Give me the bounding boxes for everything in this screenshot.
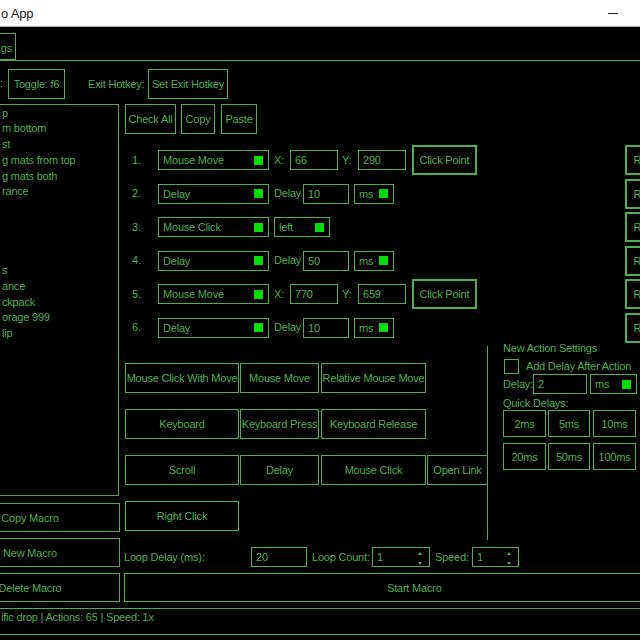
- row-number: 2.: [132, 187, 141, 199]
- add-keyboard-press-button[interactable]: Keyboard Press: [240, 409, 319, 439]
- loop-delay-input[interactable]: 20: [251, 547, 307, 567]
- remove-button[interactable]: Remove: [625, 279, 640, 309]
- exit-hotkey-label: Exit Hotkey:: [88, 78, 144, 90]
- toggle-hotkey-button[interactable]: Toggle: f6: [8, 69, 65, 99]
- dropdown-indicator-icon: [315, 223, 324, 232]
- click-point-button[interactable]: Click Point: [412, 279, 477, 309]
- action-type-dropdown[interactable]: Delay: [158, 251, 269, 271]
- new-action-title: New Action Settings: [503, 342, 597, 354]
- action-type-dropdown[interactable]: Mouse Click: [158, 217, 269, 237]
- macro-list-item[interactable]: st: [1, 137, 119, 153]
- delay-input[interactable]: 10: [303, 318, 349, 338]
- delay-label: Delay: [274, 187, 301, 199]
- x-input[interactable]: 770: [290, 284, 338, 304]
- delay-input[interactable]: 50: [303, 251, 349, 271]
- add-mouse-click-button[interactable]: Mouse Click: [321, 455, 426, 485]
- delay-input[interactable]: 10: [303, 184, 349, 204]
- action-type-dropdown[interactable]: Delay: [158, 318, 269, 338]
- y-input[interactable]: 659: [358, 284, 406, 304]
- macro-list-item[interactable]: ckpack: [1, 295, 119, 311]
- macro-list-item[interactable]: orage 999: [1, 310, 119, 326]
- title-bar: o App: [0, 0, 640, 27]
- action-type-dropdown[interactable]: Mouse Move: [158, 284, 269, 304]
- set-exit-hotkey-button[interactable]: Set Exit Hotkey: [148, 69, 228, 99]
- remove-button[interactable]: Remove: [625, 212, 640, 242]
- macro-list-item[interactable]: lip: [1, 326, 119, 342]
- dropdown-indicator-icon: [379, 189, 388, 198]
- action-type-dropdown[interactable]: Mouse Move: [158, 150, 269, 170]
- add-delay-button[interactable]: Delay: [240, 455, 319, 485]
- quick-delay-5ms-button[interactable]: 5ms: [548, 410, 590, 437]
- status-text: ific drop | Actions: 65 | Speed: 1x: [1, 611, 154, 623]
- copy-macro-button[interactable]: Copy Macro: [0, 503, 120, 532]
- dropdown-indicator-icon: [254, 156, 263, 165]
- y-input[interactable]: 290: [358, 150, 406, 170]
- loop-count-label: Loop Count:: [312, 551, 370, 563]
- macro-list-item[interactable]: [1, 232, 119, 248]
- row-number: 4.: [132, 254, 141, 266]
- macro-list-item[interactable]: [1, 216, 119, 232]
- loop-count-spinner[interactable]: 1: [372, 547, 430, 567]
- macro-list-item[interactable]: p: [1, 106, 119, 122]
- minimize-icon[interactable]: [608, 13, 618, 14]
- macro-list-item[interactable]: g mats both: [1, 169, 119, 185]
- row-number: 6.: [132, 321, 141, 333]
- add-keyboard-release-button[interactable]: Keyboard Release: [321, 409, 426, 439]
- y-label: Y:: [342, 154, 351, 166]
- y-label: Y:: [342, 288, 351, 300]
- paste-button[interactable]: Paste: [221, 104, 257, 134]
- new-unit-dropdown[interactable]: ms: [590, 374, 637, 394]
- macro-list-item[interactable]: ance: [1, 279, 119, 295]
- quick-delay-50ms-button[interactable]: 50ms: [548, 443, 590, 470]
- macro-list-item[interactable]: g mats from top: [1, 153, 119, 169]
- add-keyboard-button[interactable]: Keyboard: [125, 409, 239, 439]
- dropdown-indicator-icon: [379, 256, 388, 265]
- macro-list[interactable]: p m bottom st g mats from top g mats bot…: [0, 104, 119, 496]
- quick-delay-2ms-button[interactable]: 2ms: [503, 410, 546, 437]
- delete-macro-button[interactable]: Delete Macro: [0, 573, 120, 602]
- add-right-click-button[interactable]: Right Click: [125, 501, 239, 531]
- click-point-button[interactable]: Click Point: [412, 145, 477, 175]
- x-label: X:: [274, 154, 284, 166]
- row-number: 1.: [132, 154, 141, 166]
- copy-button[interactable]: Copy: [181, 104, 215, 134]
- tab-settings[interactable]: gs: [0, 33, 16, 60]
- spinner-arrows-icon[interactable]: [417, 552, 423, 565]
- macro-list-item[interactable]: [1, 200, 119, 216]
- new-delay-input[interactable]: 2: [533, 374, 587, 394]
- speed-label: Speed:: [435, 551, 469, 563]
- start-macro-button[interactable]: Start Macro: [124, 573, 640, 602]
- add-delay-checkbox[interactable]: [504, 359, 519, 374]
- action-type-dropdown[interactable]: Delay: [158, 184, 269, 204]
- row-number: 3.: [132, 221, 141, 233]
- macro-list-item[interactable]: m bottom: [1, 121, 119, 137]
- unit-dropdown[interactable]: ms: [354, 184, 394, 204]
- add-scroll-button[interactable]: Scroll: [125, 455, 239, 485]
- delay-label: Delay: [274, 321, 301, 333]
- quick-delay-20ms-button[interactable]: 20ms: [503, 443, 546, 470]
- dropdown-indicator-icon: [254, 323, 263, 332]
- macro-list-item[interactable]: rance: [1, 184, 119, 200]
- speed-spinner[interactable]: 1: [472, 547, 519, 567]
- status-bar-top-line: [0, 608, 640, 609]
- spinner-arrows-icon[interactable]: [506, 552, 512, 565]
- loop-delay-label: Loop Delay (ms):: [124, 551, 205, 563]
- add-mouse-click-with-move-button[interactable]: Mouse Click With Move: [125, 363, 239, 393]
- macro-list-item[interactable]: s: [1, 263, 119, 279]
- macro-list-item[interactable]: [1, 247, 119, 263]
- mouse-button-dropdown[interactable]: left: [274, 217, 330, 237]
- remove-button[interactable]: Remove: [625, 179, 640, 209]
- x-input[interactable]: 66: [290, 150, 338, 170]
- remove-button[interactable]: Remove: [625, 313, 640, 343]
- quick-delay-10ms-button[interactable]: 10ms: [593, 410, 636, 437]
- check-all-button[interactable]: Check All: [125, 104, 176, 134]
- unit-dropdown[interactable]: ms: [354, 251, 394, 271]
- unit-dropdown[interactable]: ms: [354, 318, 394, 338]
- remove-button[interactable]: Remove: [625, 246, 640, 276]
- add-open-link-button[interactable]: Open Link: [427, 455, 488, 485]
- add-mouse-move-button[interactable]: Mouse Move: [240, 363, 319, 393]
- new-macro-button[interactable]: New Macro: [0, 538, 120, 567]
- remove-button[interactable]: Remove: [625, 145, 640, 175]
- quick-delay-100ms-button[interactable]: 100ms: [593, 443, 636, 470]
- add-relative-mouse-move-button[interactable]: Relative Mouse Move: [321, 363, 426, 393]
